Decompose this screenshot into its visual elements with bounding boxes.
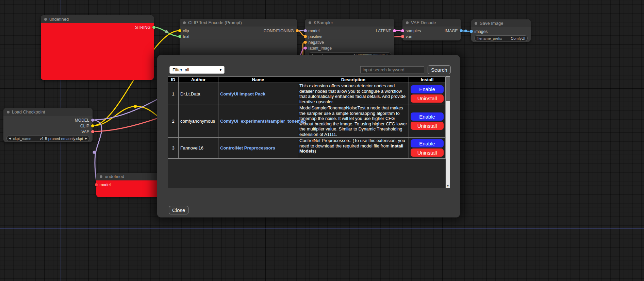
input-port-vae[interactable]: vae: [402, 34, 412, 39]
enable-button[interactable]: Enable: [411, 112, 444, 121]
node-body: MODEL CLIP VAE ◀ ckpt_name v1-5-pruned-e…: [3, 116, 93, 142]
filter-selected-value: Filter: all: [172, 67, 189, 72]
port-dot-positive[interactable]: [304, 35, 307, 38]
extension-link[interactable]: ComfyUI_experiments/sampler_tonemap: [220, 119, 306, 124]
port-dot-conditioning[interactable]: [296, 29, 299, 32]
node-title-bar[interactable]: Load Checkpoint: [3, 108, 93, 116]
port-dot-clip[interactable]: [178, 29, 181, 32]
arrow-left-icon[interactable]: ◀: [9, 137, 11, 140]
search-button[interactable]: Search: [428, 65, 451, 74]
port-dot-latent[interactable]: [393, 29, 396, 32]
input-port-images[interactable]: images: [471, 29, 488, 34]
node-undefined-top[interactable]: undefined STRING: [41, 15, 154, 80]
search-input[interactable]: [360, 66, 424, 73]
uninstall-button[interactable]: Uninstall: [411, 148, 444, 157]
input-port-model[interactable]: model: [96, 182, 111, 187]
extension-id: 1: [168, 83, 179, 105]
uninstall-button[interactable]: Uninstall: [411, 94, 444, 103]
scrollbar-down-button[interactable]: ▼: [446, 183, 450, 188]
enable-button[interactable]: Enable: [411, 85, 444, 93]
output-port-conditioning[interactable]: CONDITIONING: [264, 29, 297, 33]
node-collapse-dot[interactable]: [406, 21, 409, 24]
node-vae-decode[interactable]: VAE Decode samples IMAGE vae: [402, 19, 461, 40]
extension-description: This extension offers various detector n…: [298, 83, 409, 105]
node-title-bar[interactable]: undefined: [41, 15, 154, 23]
enable-button[interactable]: Enable: [411, 139, 444, 147]
input-port-negative[interactable]: negative: [305, 40, 324, 45]
port-dot-images[interactable]: [470, 30, 473, 33]
port-dot-negative[interactable]: [304, 41, 307, 44]
port-dot-model-out[interactable]: [91, 119, 94, 122]
extension-description: ControlNet Preprocessors. (To use this e…: [298, 138, 409, 159]
extension-description: ModelSamplerTonemapNoiseTest a node that…: [298, 105, 409, 138]
node-collapse-dot[interactable]: [183, 21, 186, 24]
table-header-row: ID Author Name Description Install: [168, 77, 446, 83]
input-port-samples[interactable]: samples: [402, 29, 421, 33]
output-port-clip[interactable]: CLIP: [80, 124, 93, 128]
node-body: samples IMAGE vae: [402, 27, 461, 40]
port-dot-samples[interactable]: [401, 29, 404, 32]
header-name: Name: [218, 77, 298, 83]
uninstall-button[interactable]: Uninstall: [411, 122, 444, 130]
node-title-bar[interactable]: undefined: [96, 173, 161, 180]
port-dot-image[interactable]: [460, 29, 463, 32]
node-collapse-dot[interactable]: [7, 111, 10, 113]
extension-row: 3 Fannovel16 ControlNet Preprocessors Co…: [168, 138, 446, 159]
widget-ckpt-name[interactable]: ◀ ckpt_name v1-5-pruned-emaonly.ckpt ▶: [6, 136, 89, 141]
output-port-latent[interactable]: LATENT: [376, 29, 394, 33]
arrow-right-icon[interactable]: ▶: [85, 137, 87, 140]
input-port-text[interactable]: text: [180, 34, 189, 39]
output-port-image[interactable]: IMAGE: [445, 29, 461, 33]
node-undefined-bottom[interactable]: undefined model: [96, 173, 161, 197]
node-title-bar[interactable]: VAE Decode: [402, 19, 461, 27]
input-port-model[interactable]: model: [305, 29, 319, 33]
widget-filename-prefix[interactable]: filename_prefix ComfyUI: [474, 35, 528, 41]
output-port-model[interactable]: MODEL: [75, 118, 93, 123]
input-port-clip[interactable]: clip: [180, 29, 189, 33]
extension-id: 2: [168, 105, 179, 138]
input-port-positive[interactable]: positive: [305, 34, 322, 39]
port-dot-string[interactable]: [152, 26, 155, 29]
input-port-latent-image[interactable]: latent_image: [305, 46, 332, 51]
node-title-bar[interactable]: CLIP Text Encode (Prompt): [180, 19, 297, 27]
node-title-bar[interactable]: Save Image: [471, 19, 531, 27]
down-arrow-icon: ▼: [447, 185, 449, 188]
node-title: CLIP Text Encode (Prompt): [188, 20, 242, 25]
table-scrollbar[interactable]: ▼: [446, 76, 450, 188]
node-collapse-dot[interactable]: [475, 22, 477, 25]
header-author: Author: [179, 77, 218, 83]
port-dot-clip-out[interactable]: [91, 124, 94, 127]
port-dot-latent-image[interactable]: [304, 47, 307, 50]
output-port-vae[interactable]: VAE: [81, 129, 93, 134]
link-midpoint-dot: [134, 105, 137, 108]
node-ksampler[interactable]: KSampler model LATENT positive: [305, 19, 394, 58]
node-title-bar[interactable]: KSampler: [305, 19, 394, 27]
close-button[interactable]: Close: [169, 206, 188, 214]
node-body: model LATENT positive negative: [305, 27, 394, 58]
port-dot-text[interactable]: [178, 35, 181, 38]
extension-link[interactable]: ControlNet Preprocessors: [220, 145, 275, 151]
node-save-image[interactable]: Save Image images filename_prefix ComfyU…: [471, 19, 531, 42]
filter-dropdown[interactable]: Filter: all ▼: [169, 66, 225, 74]
node-body: images filename_prefix ComfyUI: [471, 27, 531, 42]
wire-clip-second: [93, 106, 163, 126]
node-graph-canvas[interactable]: undefined STRING CLIP Text Encode (Promp…: [0, 0, 644, 281]
output-port-string[interactable]: STRING: [135, 25, 154, 30]
node-collapse-dot[interactable]: [44, 18, 47, 21]
node-title: undefined: [105, 174, 124, 179]
node-load-checkpoint[interactable]: Load Checkpoint MODEL CLIP VAE: [3, 108, 93, 142]
extension-author: Dr.Lt.Data: [179, 83, 218, 105]
scrollbar-thumb[interactable]: [446, 77, 450, 101]
extension-link[interactable]: ComfyUI Impact Pack: [220, 91, 265, 96]
extension-id: 3: [168, 138, 179, 159]
header-install: Install: [409, 77, 446, 83]
port-dot-model-in[interactable]: [95, 183, 98, 186]
link-midpoint-dot: [464, 30, 467, 32]
port-dot-vae-out[interactable]: [91, 130, 94, 133]
node-collapse-dot[interactable]: [100, 175, 102, 178]
port-dot-vae[interactable]: [401, 35, 404, 38]
node-collapse-dot[interactable]: [309, 21, 311, 24]
node-body: model: [96, 180, 161, 197]
extension-author: comfyanonymous: [179, 105, 218, 138]
port-dot-model[interactable]: [304, 29, 307, 32]
